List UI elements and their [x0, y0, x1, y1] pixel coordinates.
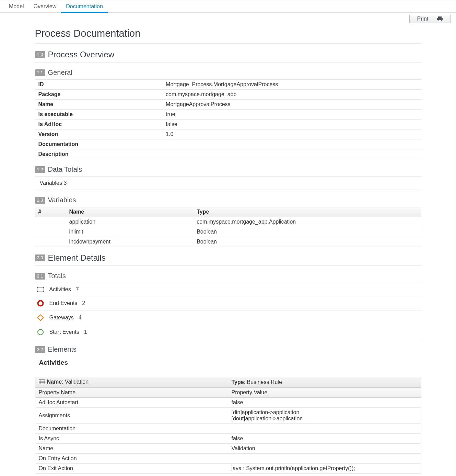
property-value: false [228, 398, 421, 408]
property-value [162, 139, 421, 149]
startevent-icon [36, 329, 45, 336]
property-name: AdHoc Autostart [35, 398, 228, 408]
property-name: On Exit Action [35, 464, 228, 474]
table-row: Packagecom.myspace.mortgage_app [35, 90, 421, 100]
table-row: On Entry Action [35, 454, 421, 464]
top-tabs: Model Overview Documentation [0, 0, 456, 13]
totals-count: 4 [79, 315, 82, 321]
property-name: Documentation [35, 424, 228, 434]
var-type: Boolean [193, 227, 421, 237]
property-value: true [162, 110, 421, 120]
svg-rect-6 [37, 315, 43, 321]
col-property-value: Property Value [228, 388, 421, 398]
gateway-icon [36, 314, 45, 321]
property-value: [din]application->application [dout]appl… [228, 408, 421, 424]
property-name: Description [35, 149, 163, 159]
section-number: 1.3 [35, 197, 45, 204]
property-value: Mortgage_Process.MortgageApprovalProcess [162, 80, 421, 90]
table-row: Is executabletrue [35, 110, 421, 120]
property-value: false [228, 434, 421, 444]
table-row: applicationcom.myspace.mortgage_app.Appl… [35, 217, 421, 227]
subsection-totals: 2.1 Totals [35, 272, 421, 280]
tab-documentation[interactable]: Documentation [61, 0, 108, 13]
property-name: Rule Flow Group [35, 474, 228, 476]
var-name: inlimit [66, 227, 194, 237]
table-row: On Exit Actionjava : System.out.println(… [35, 464, 421, 474]
table-row: Description [35, 149, 421, 159]
table-row: NameMortgageApprovalProcess [35, 100, 421, 110]
section-title: Process Overview [48, 50, 114, 59]
var-num [35, 237, 66, 247]
property-name: On Entry Action [35, 454, 228, 464]
totals-label: Gateways [49, 315, 74, 321]
table-row: Documentation [35, 139, 421, 149]
property-name: Version [35, 129, 163, 139]
var-num [35, 217, 66, 227]
svg-rect-4 [37, 287, 44, 292]
section-title: Totals [48, 272, 66, 280]
section-process-overview: 1.0 Process Overview [35, 50, 421, 63]
svg-rect-8 [39, 380, 45, 384]
table-row: Documentation [35, 424, 421, 434]
property-value [228, 454, 421, 464]
subsection-elements: 2.2 Elements [35, 345, 421, 353]
property-value: 1.0 [162, 129, 421, 139]
totals-label: End Events [49, 300, 78, 306]
table-row: AdHoc Autostartfalse [35, 398, 421, 408]
section-title: Elements [48, 345, 77, 353]
section-number: 2.1 [35, 273, 45, 280]
table-row: inlimitBoolean [35, 227, 421, 237]
property-value: validation [228, 474, 421, 476]
table-row: Is AdHocfalse [35, 120, 421, 129]
property-value [162, 149, 421, 159]
property-value: MortgageApprovalProcess [162, 100, 421, 110]
totals-count: 2 [82, 300, 85, 306]
col-property-name: Property Name [35, 388, 228, 398]
col-number: # [35, 207, 66, 217]
property-name: Name [35, 100, 163, 110]
property-name: ID [35, 80, 163, 90]
property-name: Assignments [35, 408, 228, 424]
var-name: incdownpayment [66, 237, 194, 247]
business-rule-task-icon [39, 379, 45, 384]
totals-count: 1 [84, 329, 87, 335]
property-name: Is executable [35, 110, 163, 120]
col-name: Name [66, 207, 194, 217]
svg-rect-0 [438, 16, 442, 18]
totals-item: Gateways4 [35, 310, 421, 325]
tab-overview[interactable]: Overview [29, 0, 61, 13]
print-button[interactable]: Print [409, 15, 451, 23]
property-value: Validation [228, 444, 421, 454]
property-name: Name [35, 444, 228, 454]
svg-rect-3 [439, 20, 441, 21]
subsection-general: 1.1 General [35, 69, 421, 77]
property-name: Documentation [35, 139, 163, 149]
activities-heading: Activities [35, 356, 421, 369]
general-table: IDMortgage_Process.MortgageApprovalProce… [35, 79, 421, 159]
property-value: java : System.out.println(application.ge… [228, 464, 421, 474]
svg-point-5 [38, 301, 43, 306]
section-element-details: 2.0 Element Details [35, 253, 421, 266]
subsection-variables: 1.3 Variables [35, 196, 421, 204]
totals-item: End Events2 [35, 296, 421, 310]
section-number: 1.0 [35, 51, 45, 58]
var-type: Boolean [193, 237, 421, 247]
print-label: Print [417, 16, 429, 22]
section-title: Variables [48, 196, 76, 204]
totals-list: Activities7End Events2Gateways4Start Eve… [35, 283, 421, 339]
totals-item: Start Events1 [35, 325, 421, 339]
section-title: Element Details [48, 253, 106, 263]
page-title: Process Documentation [35, 28, 421, 44]
element-name-label: Name: Validation [47, 379, 89, 385]
property-value: false [162, 120, 421, 129]
property-name: Is Async [35, 434, 228, 444]
activity-icon [36, 287, 45, 292]
totals-item: Activities7 [35, 283, 421, 296]
print-icon [437, 16, 443, 21]
section-number: 2.2 [35, 346, 45, 353]
tab-model[interactable]: Model [4, 0, 29, 13]
var-type: com.myspace.mortgage_app.Application [193, 217, 421, 227]
table-row: Version1.0 [35, 129, 421, 139]
element-type-label: Type: Business Rule [232, 379, 282, 385]
print-row: Print [0, 13, 456, 23]
